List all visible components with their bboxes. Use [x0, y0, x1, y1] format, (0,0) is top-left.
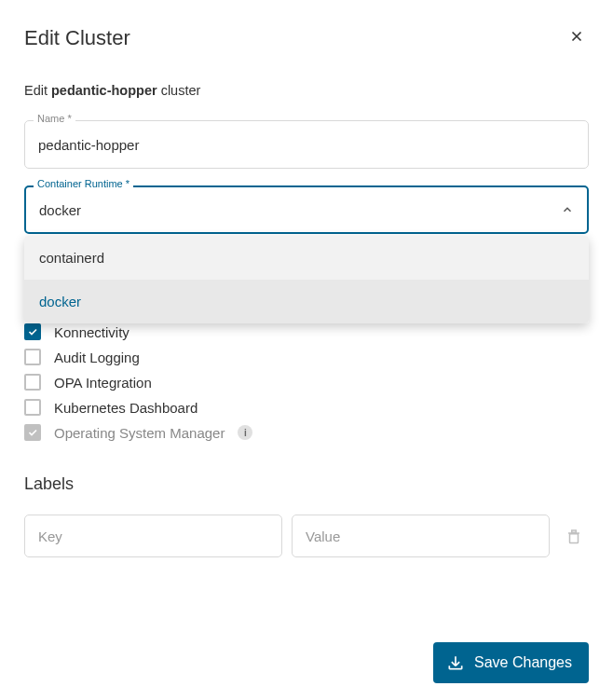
- dialog-footer: Save Changes: [24, 642, 589, 683]
- runtime-option-containerd[interactable]: containerd: [24, 236, 589, 280]
- trash-icon: [565, 528, 582, 544]
- labels-row: [24, 515, 589, 557]
- runtime-label: Container Runtime *: [34, 178, 133, 189]
- konnectivity-checkbox[interactable]: [24, 323, 41, 340]
- checkbox-row-opa: OPA Integration: [24, 371, 589, 393]
- edit-cluster-dialog: Edit Cluster Edit pedantic-hopper cluste…: [0, 0, 613, 700]
- dashboard-label: Kubernetes Dashboard: [54, 400, 198, 416]
- check-icon: [27, 427, 38, 438]
- runtime-value: docker: [39, 202, 81, 218]
- label-key-input[interactable]: [24, 515, 282, 557]
- checkbox-row-dashboard: Kubernetes Dashboard: [24, 396, 589, 419]
- close-icon: [568, 28, 585, 45]
- check-icon: [27, 326, 38, 337]
- cluster-name: pedantic-hopper: [51, 83, 157, 98]
- labels-title: Labels: [24, 474, 589, 494]
- name-label: Name *: [34, 113, 75, 124]
- opa-label: OPA Integration: [54, 375, 152, 391]
- audit-logging-checkbox[interactable]: [24, 349, 41, 365]
- konnectivity-label: Konnectivity: [54, 324, 129, 340]
- info-icon[interactable]: i: [238, 425, 252, 440]
- save-label: Save Changes: [474, 654, 572, 671]
- dashboard-checkbox[interactable]: [24, 399, 41, 416]
- checkbox-row-audit-logging: Audit Logging: [24, 346, 589, 368]
- dialog-title: Edit Cluster: [24, 26, 130, 50]
- checkbox-row-osm: Operating System Manager i: [24, 421, 589, 444]
- dialog-header: Edit Cluster: [24, 24, 589, 51]
- osm-label: Operating System Manager: [54, 425, 225, 441]
- name-field: Name *: [24, 120, 589, 169]
- runtime-dropdown: containerd docker: [24, 236, 589, 323]
- dialog-subtitle: Edit pedantic-hopper cluster: [24, 83, 589, 98]
- save-icon: [446, 653, 465, 672]
- audit-logging-label: Audit Logging: [54, 350, 140, 365]
- runtime-option-docker[interactable]: docker: [24, 280, 589, 323]
- checkbox-row-konnectivity: Konnectivity: [24, 321, 589, 343]
- name-input[interactable]: [24, 120, 589, 169]
- runtime-select[interactable]: docker: [24, 185, 589, 234]
- opa-checkbox[interactable]: [24, 374, 41, 391]
- chevron-up-icon: [561, 203, 574, 216]
- close-button[interactable]: [565, 24, 589, 51]
- save-button[interactable]: Save Changes: [433, 642, 589, 683]
- osm-checkbox: [24, 424, 41, 441]
- label-value-input[interactable]: [292, 515, 550, 557]
- feature-checkboxes: Konnectivity Audit Logging OPA Integrati…: [24, 321, 589, 446]
- delete-label-button[interactable]: [559, 515, 589, 556]
- runtime-field: Container Runtime * docker containerd do…: [24, 185, 589, 234]
